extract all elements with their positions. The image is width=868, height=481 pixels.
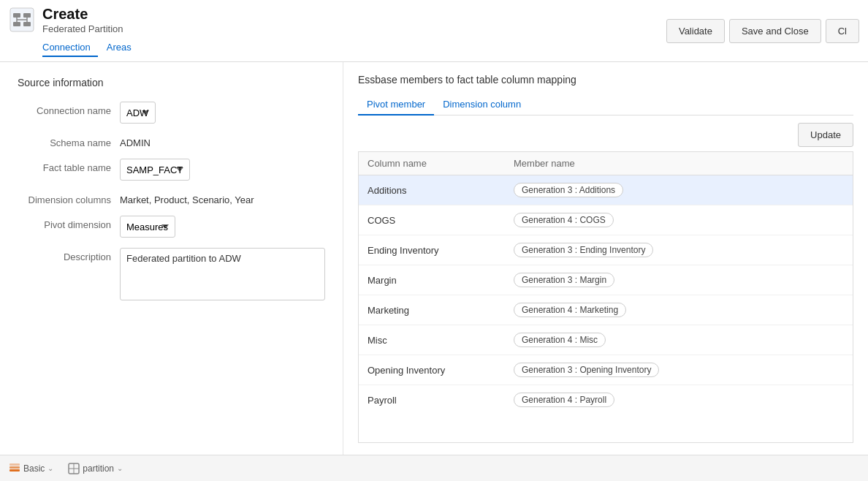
table-cell-member: Generation 4 : Marketing [514, 303, 844, 317]
update-btn-row: Update [358, 123, 853, 147]
header-title-block: Create Federated Partition Connection Ar… [42, 5, 148, 57]
member-badge: Generation 3 : Additions [514, 183, 623, 197]
table-cell-column: Margin [368, 275, 514, 286]
dimension-columns-value: Market, Product, Scenario, Year [120, 191, 325, 205]
footer-item-basic[interactable]: Basic ⌄ [9, 463, 53, 474]
table-row[interactable]: MiscGeneration 4 : Misc [359, 325, 853, 355]
table-cell-column: Opening Inventory [368, 365, 514, 376]
table-body[interactable]: AdditionsGeneration 3 : AdditionsCOGSGen… [359, 175, 853, 438]
page-title: Create [42, 5, 148, 23]
layers-icon [9, 463, 20, 474]
svg-rect-4 [23, 22, 31, 26]
table-cell-member: Generation 3 : Margin [514, 273, 844, 287]
schema-name-value: ADMIN [120, 134, 325, 148]
partition-icon [68, 463, 80, 474]
tab-dimension-column[interactable]: Dimension column [434, 94, 530, 115]
footer-basic-label: Basic [23, 463, 45, 474]
fact-table-row: Fact table name SAMP_FACT [18, 159, 325, 181]
mapping-tabs: Pivot member Dimension column [358, 94, 853, 115]
close-button[interactable]: Cl [826, 19, 859, 43]
tab-pivot-member[interactable]: Pivot member [358, 94, 434, 115]
dimension-columns-row: Dimension columns Market, Product, Scena… [18, 191, 325, 205]
member-badge: Generation 4 : Misc [514, 333, 606, 347]
table-cell-member: Generation 3 : Opening Inventory [514, 363, 844, 377]
member-badge: Generation 4 : Payroll [514, 393, 614, 407]
schema-name-label: Schema name [18, 134, 120, 148]
table-row[interactable]: Ending InventoryGeneration 3 : Ending In… [359, 235, 853, 265]
table-cell-column: Marketing [368, 305, 514, 316]
table-cell-member: Generation 4 : Payroll [514, 393, 844, 407]
col-header-column-name: Column name [368, 158, 514, 169]
svg-rect-8 [9, 469, 20, 471]
svg-rect-9 [9, 466, 20, 469]
save-close-button[interactable]: Save and Close [729, 19, 821, 43]
fact-table-select-wrapper[interactable]: SAMP_FACT [120, 159, 325, 181]
table-cell-column: Ending Inventory [368, 245, 514, 256]
member-badge: Generation 4 : COGS [514, 213, 614, 227]
tab-connection[interactable]: Connection [42, 39, 98, 57]
header: Create Federated Partition Connection Ar… [0, 0, 868, 62]
table-cell-member: Generation 4 : Misc [514, 333, 844, 347]
right-panel: Essbase members to fact table column map… [343, 62, 868, 455]
footer-partition-label: partition [83, 463, 114, 474]
table-header: Column name Member name [359, 152, 853, 175]
schema-name-row: Schema name ADMIN [18, 134, 325, 148]
dimension-columns-label: Dimension columns [18, 191, 120, 205]
source-info-title: Source information [18, 77, 325, 88]
table-cell-member: Generation 3 : Ending Inventory [514, 243, 844, 257]
fact-table-select[interactable]: SAMP_FACT [120, 159, 190, 181]
pivot-dimension-row: Pivot dimension Measures [18, 216, 325, 238]
pivot-dimension-label: Pivot dimension [18, 216, 120, 230]
table-row[interactable]: COGSGeneration 4 : COGS [359, 205, 853, 235]
svg-rect-1 [13, 13, 20, 18]
member-badge: Generation 3 : Margin [514, 273, 614, 287]
svg-rect-3 [13, 22, 20, 26]
header-tabs: Connection Areas [42, 39, 148, 57]
table-row[interactable]: Opening InventoryGeneration 3 : Opening … [359, 355, 853, 385]
svg-rect-10 [9, 463, 20, 466]
table-cell-column: Payroll [368, 395, 514, 406]
page-subtitle: Federated Partition [42, 23, 148, 34]
table-cell-column: COGS [368, 215, 514, 226]
connection-name-row: Connection name ADW [18, 102, 325, 124]
pivot-dimension-select[interactable]: Measures [120, 216, 175, 238]
table-row[interactable]: MarketingGeneration 4 : Marketing [359, 295, 853, 325]
description-label: Description [18, 248, 120, 262]
member-badge: Generation 4 : Marketing [514, 303, 626, 317]
table-cell-column: Additions [368, 185, 514, 196]
validate-button[interactable]: Validate [666, 19, 725, 43]
footer-item-partition[interactable]: partition ⌄ [68, 463, 123, 474]
member-badge: Generation 3 : Ending Inventory [514, 243, 653, 257]
connection-name-label: Connection name [18, 102, 120, 116]
description-row: Description Federated partition to ADW [18, 248, 325, 300]
connection-name-select-wrapper[interactable]: ADW [120, 102, 325, 124]
header-left: Create Federated Partition Connection Ar… [9, 5, 148, 57]
member-badge: Generation 3 : Opening Inventory [514, 363, 659, 377]
update-button[interactable]: Update [798, 123, 853, 147]
table-row[interactable]: MarginGeneration 3 : Margin [359, 265, 853, 295]
footer-partition-chevron[interactable]: ⌄ [117, 464, 123, 472]
table-cell-column: Misc [368, 335, 514, 346]
main-content: Source information Connection name ADW S… [0, 62, 868, 455]
app-icon [9, 7, 35, 33]
table-row[interactable]: PayrollGeneration 4 : Payroll [359, 385, 853, 414]
svg-rect-2 [23, 13, 31, 18]
mapping-title: Essbase members to fact table column map… [358, 74, 853, 86]
footer: Basic ⌄ partition ⌄ [0, 455, 868, 481]
col-header-member-name: Member name [514, 158, 844, 169]
connection-name-select[interactable]: ADW [120, 102, 156, 124]
table-row[interactable]: AdditionsGeneration 3 : Additions [359, 175, 853, 205]
tab-areas[interactable]: Areas [107, 39, 139, 57]
fact-table-label: Fact table name [18, 159, 120, 173]
table-cell-member: Generation 4 : COGS [514, 213, 844, 227]
pivot-dimension-select-wrapper[interactable]: Measures [120, 216, 325, 238]
description-textarea[interactable]: Federated partition to ADW [120, 248, 325, 300]
table-cell-member: Generation 3 : Additions [514, 183, 844, 197]
header-actions: Validate Save and Close Cl [666, 19, 859, 43]
footer-basic-chevron[interactable]: ⌄ [47, 464, 53, 472]
left-panel: Source information Connection name ADW S… [0, 62, 343, 455]
mapping-table: Column name Member name AdditionsGenerat… [358, 151, 853, 443]
